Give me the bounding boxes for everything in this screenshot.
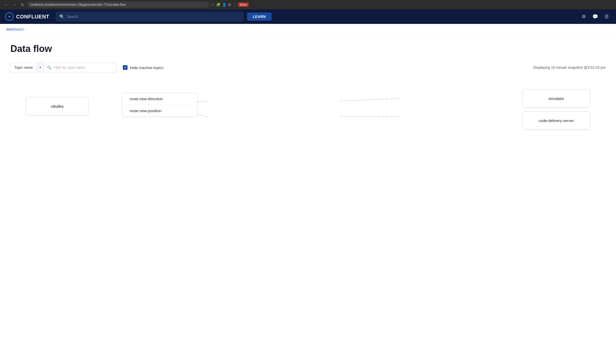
error-badge: Error [238, 3, 249, 7]
confluent-logo-icon: ✦ [5, 12, 14, 21]
node-code-delivery-label: code-delivery-server [539, 118, 574, 123]
filter-bar: Topic name ▾ 🔍 Hide inactive topics Disp… [10, 63, 606, 72]
node-code-delivery[interactable]: code-delivery-server [523, 111, 590, 130]
browser-url-bar[interactable]: confluent.cloud/environments/env-28zgq/c… [27, 2, 209, 8]
user-settings-icon[interactable]: ⚙ [580, 12, 588, 21]
browser-back[interactable]: ← [3, 2, 9, 8]
search-input[interactable] [67, 15, 240, 19]
search-icon: 🔍 [59, 14, 65, 19]
account-icon[interactable]: 👤 [222, 3, 226, 7]
browser-reload[interactable]: ↻ [20, 2, 25, 8]
node-simulator[interactable]: simulator [523, 89, 590, 107]
hamburger-menu-icon[interactable]: ☰ [602, 12, 611, 21]
extensions-icon[interactable]: 🧩 [216, 3, 220, 7]
filter-search-icon: 🔍 [47, 65, 51, 70]
topic-name-select[interactable]: Topic name ▾ [10, 63, 44, 72]
topics-group: route.new-direction route.new-position [122, 93, 197, 117]
topic-route-direction[interactable]: route.new-direction [122, 93, 197, 105]
logo-area: ✦ CONFLUENT [5, 12, 52, 21]
top-nav: ✦ CONFLUENT 🔍 LEARN ⚙ 💬 ☰ [0, 9, 616, 24]
logo-text: CONFLUENT [16, 14, 49, 20]
breadcrumb-item-imersao[interactable]: IMERSAO2 [6, 28, 24, 31]
breadcrumb: IMERSAO2 › [0, 24, 616, 35]
learn-button[interactable]: LEARN [247, 13, 271, 21]
browser-actions: ☆ 🧩 👤 ⚙ ⋮ Error [211, 3, 249, 7]
filter-search-box[interactable]: 🔍 [44, 63, 117, 72]
filter-topic-input[interactable] [53, 65, 113, 70]
breadcrumb-separator: › [25, 27, 26, 32]
hide-inactive-label: Hide inactive topics [130, 65, 164, 70]
node-simulator-label: simulator [548, 96, 564, 101]
page-title: Data flow [10, 43, 606, 54]
flow-diagram: rdkafka route.new-direction route.new-po… [10, 83, 606, 135]
top-search-bar[interactable]: 🔍 [56, 12, 243, 21]
flow-connectors-svg [10, 83, 606, 135]
main-content: Data flow Topic name ▾ 🔍 Hide inactive t… [0, 35, 616, 143]
topic-route-position[interactable]: route.new-position [122, 105, 197, 117]
browser-chrome: ← → ↻ confluent.cloud/environments/env-2… [0, 0, 616, 9]
node-rdkafka[interactable]: rdkafka [26, 97, 88, 115]
topic-name-dropdown[interactable]: ▾ [37, 63, 44, 72]
url-text: confluent.cloud/environments/env-28zgq/c… [30, 3, 126, 6]
more-icon[interactable]: ⋮ [233, 3, 237, 7]
topic-name-label: Topic name [11, 63, 37, 72]
settings-icon[interactable]: ⚙ [228, 3, 231, 7]
svg-line-2 [340, 98, 399, 101]
node-rdkafka-label: rdkafka [51, 104, 63, 109]
hide-inactive-checkbox[interactable] [123, 65, 128, 70]
nav-icons: ⚙ 💬 ☰ [580, 12, 611, 21]
notifications-icon[interactable]: 💬 [591, 12, 599, 21]
bookmark-icon[interactable]: ☆ [211, 3, 215, 7]
browser-forward[interactable]: → [11, 2, 18, 8]
snapshot-info: Displaying 10 minute snapshot @3:52:20 p… [533, 65, 606, 70]
hide-inactive-container: Hide inactive topics [123, 65, 164, 70]
